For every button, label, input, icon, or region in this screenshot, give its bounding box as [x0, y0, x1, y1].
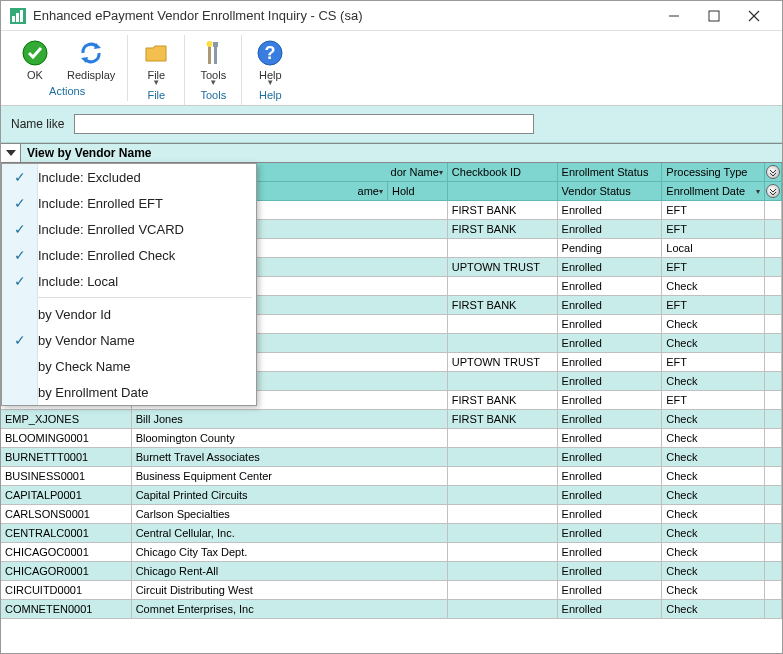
- tools-icon: [197, 37, 229, 69]
- view-dropdown-menu: ✓Include: Excluded ✓Include: Enrolled EF…: [1, 163, 257, 406]
- cell-enrollment-status: Enrolled: [558, 543, 663, 562]
- cell-vendor-name: Burnett Travel Associates: [132, 448, 448, 467]
- ribbon-group-tools-label: Tools: [189, 87, 237, 105]
- maximize-button[interactable]: [694, 2, 734, 30]
- cell-vendor-id: COMNETEN0001: [1, 600, 132, 619]
- cell-expand: [765, 429, 782, 448]
- cell-processing-type: Check: [662, 543, 765, 562]
- chevron-down-icon: ▾: [379, 187, 383, 196]
- table-row[interactable]: EMP_XJONESBill JonesFIRST BANKEnrolledCh…: [1, 410, 782, 429]
- cell-enrollment-status: Enrolled: [558, 505, 663, 524]
- filter-bar: Name like: [1, 106, 782, 143]
- table-row[interactable]: CARLSONS0001Carlson SpecialtiesEnrolledC…: [1, 505, 782, 524]
- cell-vendor-id: CAPITALP0001: [1, 486, 132, 505]
- menu-include-local[interactable]: ✓Include: Local: [2, 268, 256, 294]
- cell-processing-type: Check: [662, 448, 765, 467]
- menu-by-enrollment-date[interactable]: by Enrollment Date: [2, 379, 256, 405]
- cell-expand: [765, 524, 782, 543]
- menu-by-vendor-name[interactable]: ✓by Vendor Name: [2, 327, 256, 353]
- cell-enrollment-status: Enrolled: [558, 467, 663, 486]
- cell-checkbook-id: [448, 562, 558, 581]
- cell-checkbook-id: FIRST BANK: [448, 296, 558, 315]
- svg-point-13: [207, 41, 213, 47]
- header-row2-blank[interactable]: [448, 182, 558, 201]
- table-row[interactable]: COMNETEN0001Comnet Enterprises, IncEnrol…: [1, 600, 782, 619]
- menu-by-vendor-id[interactable]: by Vendor Id: [2, 301, 256, 327]
- view-header: View by Vendor Name: [1, 143, 782, 163]
- chevron-down-icon: ▾: [439, 168, 443, 177]
- check-icon: ✓: [2, 190, 38, 216]
- table-row[interactable]: BUSINESS0001Business Equipment CenterEnr…: [1, 467, 782, 486]
- help-menu-button[interactable]: ? Help ▼: [246, 35, 294, 87]
- table-row[interactable]: BURNETTT0001Burnett Travel AssociatesEnr…: [1, 448, 782, 467]
- minimize-button[interactable]: [654, 2, 694, 30]
- cell-expand: [765, 505, 782, 524]
- cell-processing-type: EFT: [662, 296, 765, 315]
- menu-include-enrolled-vcard[interactable]: ✓Include: Enrolled VCARD: [2, 216, 256, 242]
- cell-enrollment-status: Enrolled: [558, 524, 663, 543]
- table-row[interactable]: CAPITALP0001Capital Printed CircuitsEnro…: [1, 486, 782, 505]
- cell-processing-type: Check: [662, 334, 765, 353]
- chevron-down-icon: ▼: [152, 81, 160, 85]
- cell-processing-type: Check: [662, 467, 765, 486]
- cell-checkbook-id: [448, 524, 558, 543]
- cell-enrollment-status: Enrolled: [558, 372, 663, 391]
- menu-include-excluded[interactable]: ✓Include: Excluded: [2, 164, 256, 190]
- menu-include-enrolled-eft[interactable]: ✓Include: Enrolled EFT: [2, 190, 256, 216]
- cell-processing-type: Check: [662, 581, 765, 600]
- check-icon: ✓: [2, 216, 38, 242]
- redisplay-button[interactable]: Redisplay: [59, 35, 123, 83]
- cell-checkbook-id: [448, 486, 558, 505]
- ribbon-group-file-label: File: [132, 87, 180, 105]
- check-icon: ✓: [2, 327, 38, 353]
- header-expand[interactable]: [765, 163, 782, 182]
- table-row[interactable]: CENTRALC0001Central Cellular, Inc.Enroll…: [1, 524, 782, 543]
- table-row[interactable]: BLOOMING0001Bloomington CountyEnrolledCh…: [1, 429, 782, 448]
- close-button[interactable]: [734, 2, 774, 30]
- header-vendor-status[interactable]: Vendor Status: [558, 182, 663, 201]
- cell-enrollment-status: Enrolled: [558, 391, 663, 410]
- window-title: Enhanced ePayment Vendor Enrollment Inqu…: [33, 8, 654, 23]
- cell-checkbook-id: [448, 315, 558, 334]
- cell-enrollment-status: Enrolled: [558, 410, 663, 429]
- view-dropdown-toggle[interactable]: [1, 144, 21, 162]
- svg-marker-17: [6, 150, 16, 156]
- cell-vendor-name: Capital Printed Circuits: [132, 486, 448, 505]
- cell-enrollment-status: Enrolled: [558, 220, 663, 239]
- table-row[interactable]: CHICAGOC0001Chicago City Tax Dept.Enroll…: [1, 543, 782, 562]
- menu-include-enrolled-check[interactable]: ✓Include: Enrolled Check: [2, 242, 256, 268]
- cell-processing-type: Check: [662, 315, 765, 334]
- cell-enrollment-status: Enrolled: [558, 562, 663, 581]
- app-icon: [9, 7, 27, 25]
- header-processing-type[interactable]: Processing Type: [662, 163, 765, 182]
- file-menu-button[interactable]: File ▼: [132, 35, 180, 87]
- cell-expand: [765, 258, 782, 277]
- cell-expand: [765, 581, 782, 600]
- cell-processing-type: Check: [662, 410, 765, 429]
- chevron-down-icon: ▼: [209, 81, 217, 85]
- table-row[interactable]: CHICAGOR0001Chicago Rent-AllEnrolledChec…: [1, 562, 782, 581]
- cell-enrollment-status: Enrolled: [558, 334, 663, 353]
- ok-button[interactable]: OK: [11, 35, 59, 83]
- cell-processing-type: EFT: [662, 391, 765, 410]
- cell-checkbook-id: FIRST BANK: [448, 410, 558, 429]
- cell-checkbook-id: FIRST BANK: [448, 391, 558, 410]
- cell-checkbook-id: FIRST BANK: [448, 220, 558, 239]
- header-enrollment-status[interactable]: Enrollment Status: [558, 163, 663, 182]
- header-expand2[interactable]: [765, 182, 782, 201]
- header-enrollment-date[interactable]: Enrollment Date▾: [662, 182, 765, 201]
- tools-menu-button[interactable]: Tools ▼: [189, 35, 237, 87]
- table-row[interactable]: CIRCUITD0001Circuit Distributing WestEnr…: [1, 581, 782, 600]
- cell-enrollment-status: Enrolled: [558, 277, 663, 296]
- cell-checkbook-id: [448, 448, 558, 467]
- menu-by-check-name[interactable]: by Check Name: [2, 353, 256, 379]
- ribbon: OK Redisplay Actions File ▼ File Tools ▼: [1, 31, 782, 106]
- header-hold[interactable]: Hold: [388, 182, 448, 201]
- header-checkbook-id[interactable]: Checkbook ID: [448, 163, 558, 182]
- cell-enrollment-status: Enrolled: [558, 315, 663, 334]
- cell-expand: [765, 277, 782, 296]
- name-like-label: Name like: [11, 117, 64, 131]
- name-like-input[interactable]: [74, 114, 534, 134]
- cell-checkbook-id: [448, 581, 558, 600]
- cell-processing-type: Check: [662, 486, 765, 505]
